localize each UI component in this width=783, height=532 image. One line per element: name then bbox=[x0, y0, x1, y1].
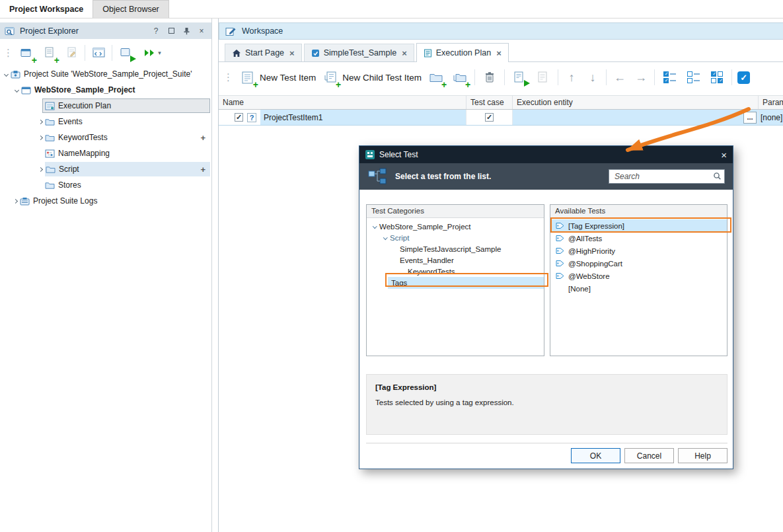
tab-start-page[interactable]: Start Page × bbox=[225, 44, 302, 61]
chevron-right-icon[interactable] bbox=[36, 120, 45, 124]
column-header-name[interactable]: Name bbox=[219, 96, 466, 109]
chevron-down-icon[interactable] bbox=[381, 236, 390, 239]
chevron-right-icon[interactable] bbox=[36, 168, 45, 171]
edit-item-button[interactable] bbox=[62, 44, 81, 62]
new-test-item-button[interactable]: + New Test Item bbox=[239, 68, 316, 87]
uncheck-all-items-button[interactable] bbox=[684, 68, 702, 87]
available-test-webstore[interactable]: @WebStore bbox=[550, 270, 727, 282]
tab-object-browser-label: Object Browser bbox=[102, 5, 159, 14]
add-script-button[interactable]: + bbox=[200, 165, 205, 174]
close-icon[interactable]: × bbox=[402, 48, 407, 58]
move-down-button[interactable]: ↓ bbox=[585, 71, 601, 85]
move-up-button[interactable]: ↑ bbox=[564, 71, 579, 85]
add-item-button[interactable]: + bbox=[40, 44, 58, 62]
tree-item-project-suite-logs[interactable]: Project Suite Logs bbox=[0, 193, 211, 209]
tab-execution-plan[interactable]: Execution Plan × bbox=[416, 43, 509, 62]
toolbar-handle[interactable]: ⋮ bbox=[2, 47, 13, 59]
available-test-tag-expression[interactable]: [Tag Expression] bbox=[550, 219, 727, 232]
add-child-group-button[interactable]: + bbox=[451, 68, 469, 87]
dropdown-arrow-icon: ▾ bbox=[158, 50, 161, 56]
available-test-highpriority[interactable]: @HighPriority bbox=[550, 245, 727, 257]
test-hierarchy-icon bbox=[367, 168, 387, 186]
row-enabled-checkbox[interactable]: ✓ bbox=[235, 113, 243, 122]
enabled-check-icon[interactable]: ✓ bbox=[737, 71, 750, 84]
tree-item-stores[interactable]: Stores bbox=[0, 177, 211, 193]
help-button[interactable]: Help bbox=[678, 448, 727, 463]
delete-button[interactable] bbox=[480, 68, 499, 87]
tab-simpletest-sample[interactable]: SimpleTest_Sample × bbox=[304, 44, 414, 61]
square-glyph bbox=[168, 28, 174, 34]
category-item-events-handler[interactable]: Events_Handler bbox=[367, 254, 544, 266]
search-icon[interactable] bbox=[713, 172, 722, 180]
pin-icon[interactable] bbox=[181, 27, 192, 35]
float-window-icon[interactable] bbox=[166, 28, 176, 34]
app-window: Project Workspace Object Browser Project… bbox=[0, 0, 783, 532]
test-item-row[interactable]: ✓ ? ProjectTestItem1 ✓ ... [none] bbox=[219, 110, 783, 126]
toggle-check-items-button[interactable] bbox=[708, 68, 726, 87]
run-focused-item-button[interactable] bbox=[510, 68, 529, 87]
execution-entity-cell[interactable]: ... bbox=[513, 110, 759, 125]
plus-badge: + bbox=[32, 57, 37, 64]
column-header-parameters[interactable]: Param bbox=[759, 96, 783, 109]
help-icon[interactable]: ? bbox=[151, 26, 161, 36]
new-child-test-item-button[interactable]: + New Child Test Item bbox=[321, 68, 422, 87]
chevron-right-icon[interactable] bbox=[11, 200, 20, 203]
check-all-items-button[interactable] bbox=[660, 68, 679, 87]
chevron-down-icon[interactable] bbox=[12, 89, 21, 92]
category-item-simpletest[interactable]: SimpleTestJavascript_Sample bbox=[367, 243, 544, 254]
ok-button[interactable]: OK bbox=[571, 448, 620, 463]
add-keywordtest-button[interactable]: + bbox=[200, 133, 205, 143]
run-with-options-button[interactable]: ▾ bbox=[139, 44, 165, 62]
available-test-none[interactable]: [None] bbox=[550, 282, 727, 295]
browse-execution-entity-button[interactable]: ... bbox=[743, 112, 757, 124]
column-header-execution-entity[interactable]: Execution entity bbox=[513, 96, 759, 109]
add-project-button[interactable]: + bbox=[17, 44, 36, 62]
cancel-button[interactable]: Cancel bbox=[624, 448, 674, 463]
tree-item-project-suite[interactable]: Project Suite 'WebStore_Sample_Project_S… bbox=[0, 66, 211, 82]
category-item-script[interactable]: Script bbox=[367, 232, 544, 243]
category-item-project[interactable]: WebStore_Sample_Project bbox=[367, 221, 544, 232]
run-play-glyph bbox=[524, 80, 530, 87]
code-editor-button[interactable] bbox=[89, 44, 108, 62]
category-item-keywordtests[interactable]: KeywordTests bbox=[367, 266, 544, 277]
tree-item-keywordtests[interactable]: KeywordTests + bbox=[0, 130, 211, 145]
available-test-alltests[interactable]: @AllTests bbox=[550, 232, 727, 245]
tree-item-script[interactable]: Script + bbox=[0, 161, 211, 177]
folder-icon bbox=[45, 118, 55, 126]
column-header-test-case[interactable]: Test case bbox=[466, 96, 513, 109]
toolbar-separator bbox=[558, 69, 558, 85]
search-input[interactable] bbox=[609, 169, 725, 184]
tree-item-events[interactable]: Events bbox=[0, 114, 211, 130]
close-icon[interactable]: × bbox=[289, 48, 295, 58]
chevron-right-icon[interactable] bbox=[36, 136, 45, 139]
toolbar-handle[interactable]: ⋮ bbox=[222, 71, 233, 83]
tab-object-browser[interactable]: Object Browser bbox=[93, 0, 168, 18]
description-title: [Tag Expression] bbox=[375, 383, 718, 391]
tree-item-namemapping[interactable]: NameMapping bbox=[0, 145, 211, 161]
tree-item-execution-plan[interactable]: Execution Plan bbox=[0, 98, 211, 114]
category-item-tags[interactable]: Tags bbox=[388, 277, 544, 289]
tree-item-project[interactable]: WebStore_Sample_Project bbox=[0, 82, 211, 98]
run-project-button[interactable] bbox=[116, 44, 135, 62]
close-icon[interactable]: × bbox=[496, 48, 502, 58]
parameters-cell[interactable]: [none] bbox=[759, 110, 783, 125]
outdent-item-button[interactable]: ← bbox=[612, 71, 628, 85]
execution-plan-toolbar: ⋮ + New Test Item + New Child Test Item … bbox=[219, 62, 783, 93]
available-tests-title: Available Tests bbox=[550, 205, 727, 218]
chevron-down-icon[interactable] bbox=[1, 73, 11, 76]
dialog-close-icon[interactable]: × bbox=[721, 149, 727, 161]
tree-item-label: WebStore_Sample_Project bbox=[34, 85, 135, 95]
tab-project-workspace[interactable]: Project Workspace bbox=[0, 0, 93, 18]
test-case-checkbox[interactable]: ✓ bbox=[485, 113, 494, 122]
project-explorer-title: Project Explorer bbox=[20, 26, 79, 36]
indent-item-button[interactable]: → bbox=[633, 71, 649, 85]
test-item-name[interactable]: ProjectTestItem1 bbox=[260, 110, 466, 125]
folder-icon bbox=[46, 165, 56, 173]
dialog-title-bar[interactable]: Select Test × bbox=[359, 146, 733, 163]
project-explorer-toolbar: ⋮ + + ▾ bbox=[0, 42, 211, 63]
close-panel-icon[interactable]: × bbox=[196, 26, 207, 36]
show-log-button[interactable] bbox=[534, 68, 552, 87]
chevron-down-icon[interactable] bbox=[371, 225, 379, 228]
add-group-button[interactable]: + bbox=[427, 68, 445, 87]
available-test-shoppingcart[interactable]: @ShoppingCart bbox=[550, 257, 727, 270]
